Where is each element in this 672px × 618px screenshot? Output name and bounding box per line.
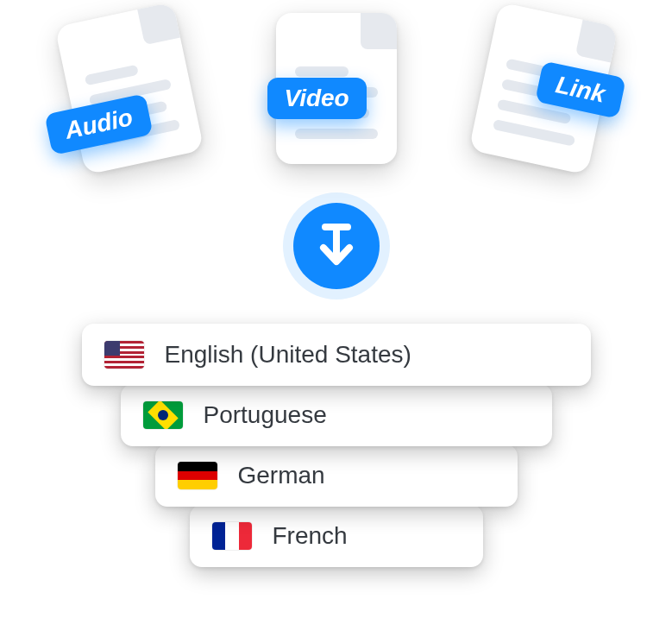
audio-document: Audio xyxy=(35,9,224,181)
download-arrow xyxy=(0,203,672,289)
input-documents-row: Audio Video Link xyxy=(0,0,672,181)
language-label: German xyxy=(238,462,325,489)
link-document: Link xyxy=(449,9,638,181)
flag-fr-icon xyxy=(212,522,252,550)
download-arrow-icon xyxy=(293,203,380,289)
flag-us-icon xyxy=(104,341,144,369)
language-item-german[interactable]: German xyxy=(155,445,518,507)
flag-br-icon xyxy=(143,401,183,429)
language-item-english[interactable]: English (United States) xyxy=(82,324,591,386)
language-label: Portuguese xyxy=(204,401,327,429)
language-label: French xyxy=(273,522,348,550)
language-label: English (United States) xyxy=(165,341,411,369)
video-document: Video xyxy=(242,9,431,181)
language-item-portuguese[interactable]: Portuguese xyxy=(121,384,552,446)
language-item-french[interactable]: French xyxy=(190,505,483,567)
language-list: English (United States) Portuguese Germa… xyxy=(0,324,672,567)
flag-de-icon xyxy=(178,462,217,489)
video-badge: Video xyxy=(267,78,367,119)
